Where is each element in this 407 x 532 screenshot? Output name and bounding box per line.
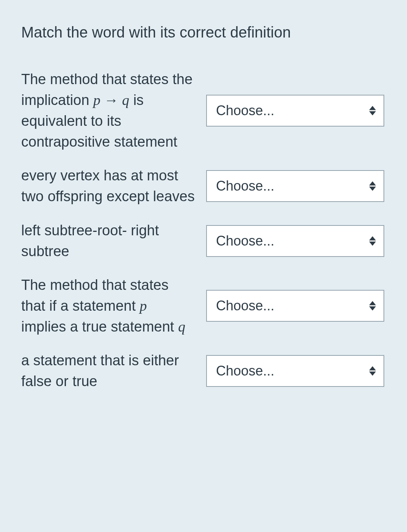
definition-text: a statement that is either false or true (21, 350, 196, 392)
answer-select[interactable]: Choose... (206, 170, 384, 202)
match-rows: The method that states the implication p… (21, 69, 386, 392)
match-row: left subtree-root- right subtreeChoose..… (21, 220, 386, 262)
definition-text: every vertex has at most two offspring e… (21, 165, 196, 207)
question-title: Match the word with its correct definiti… (21, 22, 386, 42)
definition-text: left subtree-root- right subtree (21, 220, 196, 262)
answer-select[interactable]: Choose... (206, 95, 384, 127)
match-row: The method that states that if a stateme… (21, 275, 386, 337)
answer-select-wrap: Choose... (206, 355, 384, 387)
answer-select[interactable]: Choose... (206, 355, 384, 387)
match-row: every vertex has at most two offspring e… (21, 165, 386, 207)
answer-select[interactable]: Choose... (206, 290, 384, 322)
answer-select-wrap: Choose... (206, 290, 384, 322)
matching-question-panel: Match the word with its correct definiti… (0, 0, 407, 532)
match-row: The method that states the implication p… (21, 69, 386, 152)
answer-select-wrap: Choose... (206, 225, 384, 257)
definition-text: The method that states the implication p… (21, 69, 196, 152)
answer-select-wrap: Choose... (206, 170, 384, 202)
match-row: a statement that is either false or true… (21, 350, 386, 392)
definition-text: The method that states that if a stateme… (21, 275, 196, 337)
answer-select-wrap: Choose... (206, 95, 384, 127)
answer-select[interactable]: Choose... (206, 225, 384, 257)
